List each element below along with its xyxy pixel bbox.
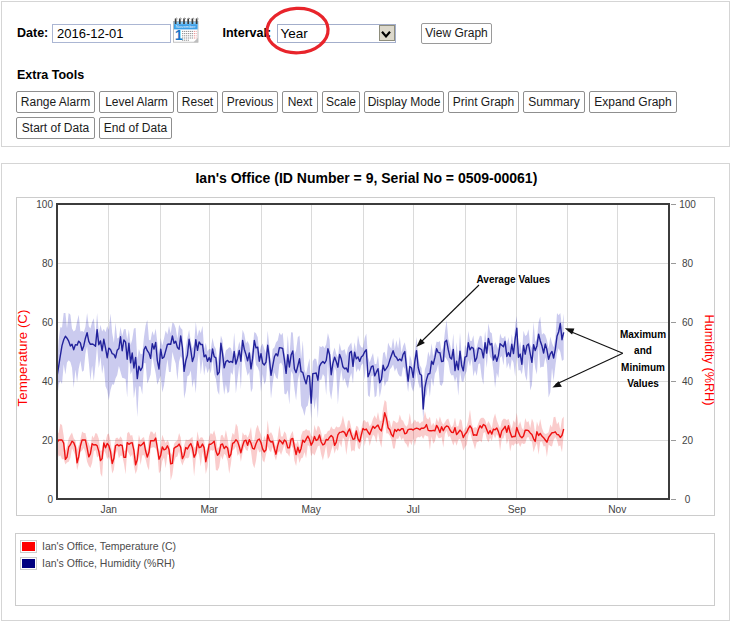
svg-text:Average Values: Average Values: [477, 274, 551, 285]
svg-text:Sep: Sep: [508, 504, 526, 515]
svg-text:Minimum: Minimum: [621, 362, 665, 373]
svg-text:100: 100: [679, 199, 696, 210]
svg-text:40: 40: [682, 376, 694, 387]
svg-text:0: 0: [685, 494, 691, 505]
svg-text:Humidity (%RH): Humidity (%RH): [702, 315, 716, 406]
svg-text:20: 20: [42, 435, 54, 446]
svg-text:60: 60: [42, 317, 54, 328]
svg-text:Temperature (C): Temperature (C): [15, 310, 30, 407]
svg-text:Values: Values: [627, 378, 659, 389]
svg-text:and: and: [634, 345, 652, 356]
svg-text:Jan: Jan: [101, 504, 117, 515]
svg-text:80: 80: [42, 258, 54, 269]
svg-text:20: 20: [682, 435, 694, 446]
svg-text:80: 80: [682, 258, 694, 269]
svg-text:40: 40: [42, 376, 54, 387]
svg-text:60: 60: [682, 317, 694, 328]
svg-text:Ian's Office (ID Number = 9, S: Ian's Office (ID Number = 9, Serial No =…: [195, 170, 537, 186]
svg-text:Mar: Mar: [200, 504, 218, 515]
svg-text:May: May: [302, 504, 322, 515]
svg-text:0: 0: [47, 494, 53, 505]
svg-text:Jul: Jul: [407, 504, 420, 515]
svg-text:Maximum: Maximum: [620, 329, 666, 340]
svg-text:Nov: Nov: [608, 504, 627, 515]
svg-text:100: 100: [36, 199, 53, 210]
